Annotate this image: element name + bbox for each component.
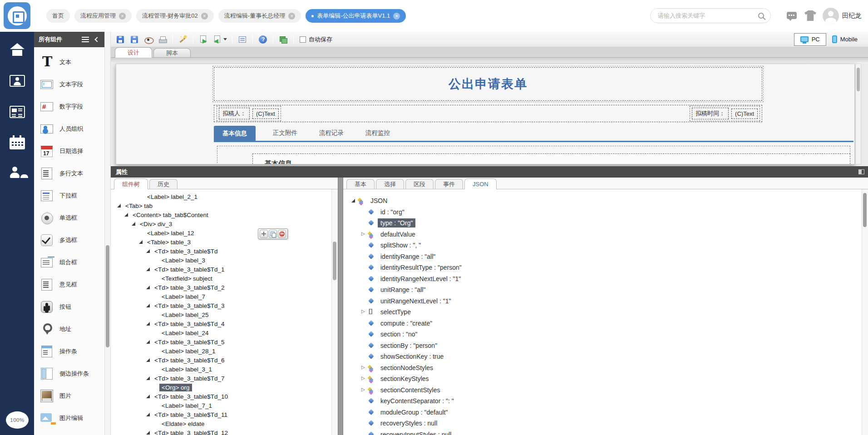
draft-time-group[interactable]: 拟稿时间： (C)Text xyxy=(690,106,760,121)
draft-time-value[interactable]: (C)Text xyxy=(731,109,758,119)
tree-row[interactable]: <Td> table_3_table$Td_6 xyxy=(111,356,331,365)
expander-icon[interactable] xyxy=(116,203,123,209)
tree-row[interactable]: <Label> label_24 xyxy=(111,328,331,337)
tree-row[interactable]: <Td> table_3_table$Td xyxy=(111,247,331,256)
expander-icon[interactable] xyxy=(138,239,145,245)
expander-icon[interactable] xyxy=(145,430,152,435)
form-tab[interactable]: 流程记录 xyxy=(319,129,344,141)
component-item[interactable]: 下拉框 xyxy=(34,184,104,207)
expander-icon[interactable] xyxy=(145,321,152,327)
username[interactable]: 田纪龙 xyxy=(842,12,861,20)
component-panel-scrollbar[interactable] xyxy=(104,32,111,435)
help-icon[interactable] xyxy=(257,34,269,45)
user-settings-icon[interactable] xyxy=(0,161,34,186)
search-icon[interactable] xyxy=(758,13,764,19)
theme-icon[interactable] xyxy=(804,10,816,21)
expander-icon[interactable] xyxy=(145,375,152,381)
tree-panel-tab[interactable]: 组件树 xyxy=(114,178,148,189)
json-row[interactable]: selectType xyxy=(343,306,862,318)
expander-icon[interactable] xyxy=(145,266,152,272)
meeting-icon[interactable] xyxy=(0,68,34,94)
toolbar-separator[interactable] xyxy=(273,35,273,44)
tree-row[interactable]: <Td> table_3_table$Td_7 xyxy=(111,374,331,383)
json-row[interactable]: keyContentSeparator ": " xyxy=(343,395,862,407)
wand-icon[interactable] xyxy=(177,34,189,45)
session-tab[interactable]: 表单编辑-公出申请表单V1.1 × xyxy=(306,9,406,23)
component-item[interactable]: 多选框 xyxy=(34,229,104,251)
component-item[interactable]: 数字字段 xyxy=(34,95,104,118)
json-row[interactable]: section "no" xyxy=(343,329,862,340)
tree-row[interactable]: <Label> label_3_1 xyxy=(111,365,331,374)
tree-row[interactable]: <Content> tab_tab$Content xyxy=(111,210,331,219)
tree-row[interactable]: <Td> table_3_table$Td_4 xyxy=(111,319,331,328)
panel-splitter[interactable] xyxy=(338,178,343,435)
component-item[interactable]: 组合框 xyxy=(34,251,104,273)
scrollbar-thumb[interactable] xyxy=(857,68,860,91)
form-tab[interactable]: 流程监控 xyxy=(365,129,390,141)
json-row[interactable]: sectionKeyStyles xyxy=(343,373,862,385)
save-icon[interactable] xyxy=(114,34,126,45)
component-item[interactable]: 人员组织 xyxy=(34,118,104,140)
tree-row[interactable]: <Td> table_3_table$Td_3 xyxy=(111,301,331,310)
drafter-value[interactable]: (C)Text xyxy=(252,109,279,119)
json-scrollbar[interactable] xyxy=(862,189,868,435)
session-tab[interactable]: 流程编辑-董事长总经理 × xyxy=(218,9,301,23)
component-item[interactable]: 多行文本 xyxy=(34,162,104,184)
delete-icon[interactable] xyxy=(278,230,286,238)
tree-row[interactable]: <Org> org xyxy=(111,383,331,392)
draft-time-label[interactable]: 拟稿时间： xyxy=(692,108,729,119)
toolbar-separator[interactable] xyxy=(193,35,193,44)
expander-icon[interactable] xyxy=(360,309,367,315)
expander-icon[interactable] xyxy=(360,376,367,382)
expander-icon[interactable] xyxy=(360,231,367,237)
component-item[interactable]: 操作条 xyxy=(34,340,104,362)
component-item[interactable]: 按钮 xyxy=(34,296,104,318)
toolbar-separator[interactable] xyxy=(232,35,232,44)
expander-icon[interactable] xyxy=(123,212,130,218)
expander-icon[interactable] xyxy=(131,221,138,227)
json-row[interactable]: recoveryInputStyles null xyxy=(343,429,862,435)
app-logo[interactable] xyxy=(4,2,30,29)
expander-icon[interactable] xyxy=(145,411,152,418)
session-tab[interactable]: 首页 × xyxy=(46,9,70,23)
json-row[interactable]: splitShow ", " xyxy=(343,240,862,251)
tree-scrollbar[interactable] xyxy=(331,189,338,435)
session-tab[interactable]: 流程应用管理 × xyxy=(74,9,132,23)
component-item[interactable]: 侧边操作条 xyxy=(34,362,104,385)
zoom-level-badge[interactable]: 100% xyxy=(6,411,29,429)
news-icon[interactable] xyxy=(0,99,34,124)
component-item[interactable]: 图片编辑 xyxy=(34,407,104,429)
tree-panel-tab[interactable]: 历史 xyxy=(149,179,178,189)
component-item[interactable]: 文本字段 xyxy=(34,73,104,95)
editor-tab[interactable]: 设计 xyxy=(115,47,152,58)
tree-row[interactable]: <Tab> tab xyxy=(111,201,331,210)
formlist-icon[interactable] xyxy=(237,34,248,45)
tree-row[interactable]: <Td> table_3_table$Td_10 xyxy=(111,392,331,401)
expander-icon[interactable] xyxy=(145,302,152,309)
tree-row[interactable]: <Eldate> eldate xyxy=(111,419,331,428)
preview-icon[interactable] xyxy=(143,34,154,45)
property-tab[interactable]: 选择 xyxy=(376,179,404,189)
json-row[interactable]: JSON xyxy=(343,195,862,207)
import-icon[interactable] xyxy=(212,34,228,45)
form-tab[interactable]: 基本信息 xyxy=(214,126,256,141)
calendar-icon[interactable] xyxy=(0,130,34,155)
tree-row[interactable]: <Textfield> subject xyxy=(111,274,331,283)
form-meta-region[interactable]: 拟稿人： (C)Text 拟稿时间： (C)Text xyxy=(214,105,762,122)
tree-row[interactable]: <Td> table_3_table$Td_12 xyxy=(111,428,331,435)
json-row[interactable]: sectionBy "person" xyxy=(343,340,862,351)
copy-icon[interactable] xyxy=(269,230,277,238)
expander-icon[interactable] xyxy=(145,248,152,254)
json-row[interactable]: id "org" xyxy=(343,207,862,218)
json-row[interactable]: type "Org" xyxy=(343,218,862,229)
tree-row[interactable]: <Div> div_3 xyxy=(111,219,331,228)
scrollbar-thumb[interactable] xyxy=(333,242,336,280)
menu-icon[interactable] xyxy=(82,39,89,40)
toolbar-separator[interactable] xyxy=(293,35,294,44)
expander-icon[interactable] xyxy=(360,387,367,393)
expander-icon[interactable] xyxy=(145,357,152,363)
form-tab[interactable]: 正文附件 xyxy=(273,129,297,141)
property-tab[interactable]: 基本 xyxy=(346,179,375,189)
component-item[interactable]: 意见框 xyxy=(34,273,104,296)
json-row[interactable]: identityResultType "person" xyxy=(343,262,862,273)
